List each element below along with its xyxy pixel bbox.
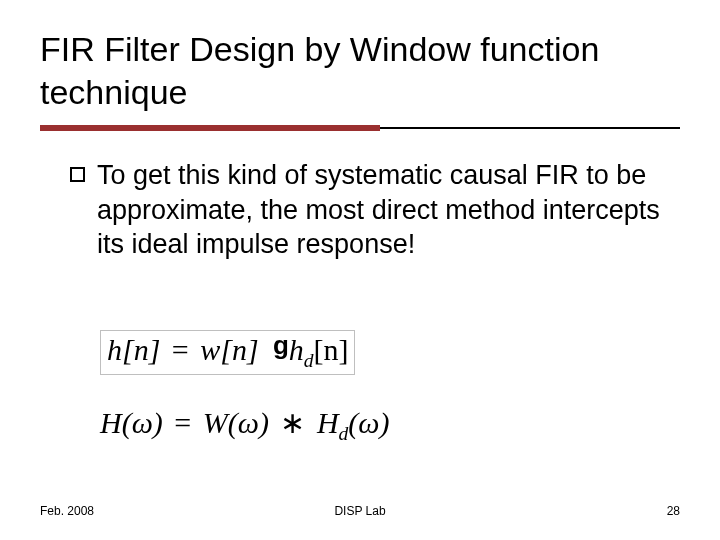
eq2-convolution: ∗ <box>276 406 309 439</box>
footer-center: DISP Lab <box>334 504 385 518</box>
bullet-item: To get this kind of systematic causal FI… <box>70 158 666 262</box>
equation-1: h[n] = w[n] hd[n] <box>100 330 355 375</box>
page-number: 28 <box>667 504 680 518</box>
underline-accent <box>40 125 380 131</box>
eq2-equals: = <box>170 406 195 439</box>
hollow-square-bullet-icon <box>70 167 85 182</box>
eq2-rhs2-base: H <box>317 406 339 439</box>
slide: FIR Filter Design by Window function tec… <box>0 0 720 540</box>
eq1-rhs2-arg: [n] <box>313 333 348 366</box>
eq1-lhs: h[n] <box>107 333 160 366</box>
eq2-lhs: H(ω) <box>100 406 163 439</box>
eq2-rhs1: W(ω) <box>203 406 269 439</box>
eq2-rhs2-arg: (ω) <box>348 406 389 439</box>
eq1-rhs2-base: h <box>289 333 304 366</box>
bullet-text: To get this kind of systematic causal FI… <box>97 158 666 262</box>
slide-title: FIR Filter Design by Window function tec… <box>40 28 680 113</box>
footer: Feb. 2008 DISP Lab 28 <box>40 498 680 518</box>
eq1-rhs1: w[n] <box>200 333 258 366</box>
eq1-dot-overlay: g <box>273 330 289 361</box>
footer-date: Feb. 2008 <box>40 504 94 518</box>
body-content: To get this kind of systematic causal FI… <box>70 158 666 262</box>
eq1-rhs2-sub: d <box>304 350 314 371</box>
eq1-equals: = <box>168 333 193 366</box>
title-text: FIR Filter Design by Window function tec… <box>40 28 680 113</box>
equation-2: H(ω) = W(ω) ∗ Hd(ω) <box>100 405 390 445</box>
eq2-rhs2-sub: d <box>339 423 349 444</box>
